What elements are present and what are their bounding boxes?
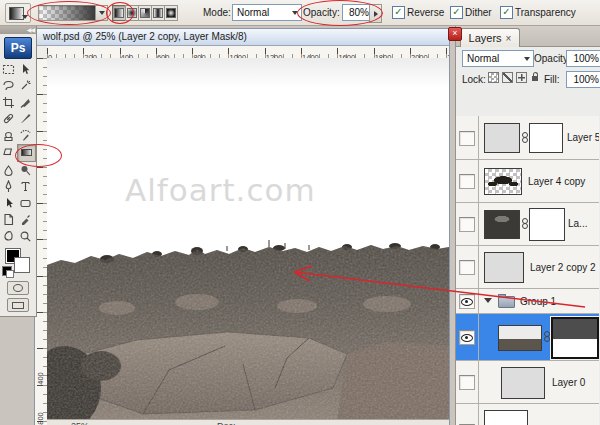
dodge-tool[interactable] <box>17 162 34 179</box>
visibility-cell[interactable] <box>456 404 479 425</box>
linear-gradient-button[interactable] <box>112 5 126 21</box>
tools-palette-header[interactable]: ◀◀ <box>0 26 36 34</box>
layer-thumbnail[interactable] <box>484 410 528 425</box>
layer-name[interactable]: Layer 2 copy 2 <box>530 262 596 273</box>
brush-icon <box>19 112 32 125</box>
visibility-cell[interactable] <box>456 116 479 159</box>
lock-row: Lock: Fill: 100% <box>456 68 600 89</box>
eyedropper-tool[interactable] <box>17 212 34 229</box>
vertical-ruler-label: 800 <box>36 412 45 425</box>
layer-row[interactable]: La... <box>456 203 599 246</box>
layer-thumbnail[interactable] <box>498 325 542 351</box>
layer-thumbnail[interactable] <box>484 210 520 239</box>
lock-position-icon[interactable] <box>516 72 527 83</box>
lock-all-icon[interactable] <box>530 72 539 81</box>
gradient-preview[interactable] <box>38 5 96 21</box>
visibility-cell[interactable] <box>456 314 479 360</box>
disclosure-triangle-icon[interactable] <box>484 298 492 303</box>
panel-opacity-input[interactable]: 100% <box>566 50 600 67</box>
background-color-swatch[interactable] <box>14 257 30 273</box>
eye-well <box>459 375 475 390</box>
gradient-tool[interactable] <box>17 144 36 163</box>
layer-thumbnail[interactable] <box>484 123 520 153</box>
history-brush-tool[interactable] <box>17 127 34 144</box>
screen-mode-button[interactable] <box>7 298 29 312</box>
lock-pixels-icon[interactable] <box>502 72 513 83</box>
hand-tool[interactable] <box>0 228 17 245</box>
radial-gradient-button[interactable] <box>125 5 139 21</box>
layer-thumbnail[interactable] <box>501 367 545 399</box>
path-selection-tool[interactable] <box>0 195 17 212</box>
collapse-icon: ◀◀ <box>27 26 34 33</box>
eye-well <box>459 260 475 275</box>
zoom-tool[interactable] <box>17 228 34 245</box>
status-zoom[interactable]: 25% <box>71 421 89 425</box>
reverse-checkbox[interactable]: ✓ <box>392 6 405 19</box>
magic-wand-tool[interactable] <box>17 78 34 95</box>
document-status-bar: 25% Doc: <box>47 419 449 425</box>
layer-mask-thumbnail-selected[interactable] <box>551 317 599 359</box>
lock-transparency-icon[interactable] <box>488 72 499 83</box>
crop-tool[interactable] <box>0 94 17 111</box>
mode-select[interactable]: Normal <box>232 4 302 21</box>
layer-mask-thumbnail[interactable] <box>529 208 565 241</box>
dither-checkbox[interactable]: ✓ <box>450 6 463 19</box>
visibility-cell[interactable] <box>456 361 479 403</box>
layer-row[interactable]: Layer 5 <box>456 116 599 160</box>
close-icon[interactable]: × <box>448 27 462 41</box>
eraser-tool[interactable] <box>0 144 17 161</box>
layer-row-selected[interactable] <box>456 314 599 361</box>
fill-input[interactable]: 100% <box>566 71 600 88</box>
slice-tool[interactable] <box>17 94 34 111</box>
layer-thumbnail[interactable] <box>484 252 524 283</box>
eye-well <box>459 330 475 345</box>
default-colors-icon[interactable] <box>2 266 12 276</box>
layer-row[interactable]: Layer 1 <box>456 404 599 425</box>
pen-tool[interactable] <box>0 179 17 196</box>
opacity-slider-button[interactable] <box>369 4 382 23</box>
layer-mask-thumbnail[interactable] <box>529 123 563 153</box>
visibility-cell[interactable] <box>456 246 479 288</box>
shape-tool[interactable] <box>17 195 34 212</box>
layer-row[interactable]: Layer 2 copy 2 <box>456 246 599 289</box>
eye-well <box>459 131 475 146</box>
layer-name[interactable]: La... <box>568 218 587 229</box>
layer-row[interactable]: Layer 4 copy <box>456 160 599 203</box>
reflected-gradient-button[interactable] <box>151 5 165 21</box>
healing-brush-tool[interactable] <box>0 111 17 128</box>
move-tool[interactable] <box>17 61 34 78</box>
canvas[interactable]: Alfoart.com <box>47 58 449 419</box>
visibility-cell[interactable] <box>456 160 479 202</box>
visibility-cell[interactable] <box>456 203 479 245</box>
group-name[interactable]: Group 1 <box>520 296 556 307</box>
type-tool[interactable] <box>17 179 34 196</box>
eye-icon[interactable] <box>461 298 473 306</box>
quick-mask-button[interactable] <box>7 281 29 295</box>
mode-label: Mode: <box>203 7 231 18</box>
blur-tool[interactable] <box>0 162 17 179</box>
layer-name[interactable]: Layer 0 <box>552 377 585 388</box>
group-row[interactable]: Group 1 <box>456 289 599 314</box>
clone-stamp-tool[interactable] <box>0 127 17 144</box>
visibility-cell[interactable] <box>456 289 479 313</box>
transparency-checkbox[interactable]: ✓ <box>500 6 513 19</box>
eye-icon[interactable] <box>461 334 473 342</box>
crop-icon <box>2 96 15 109</box>
check-icon: ✓ <box>502 6 510 17</box>
lasso-tool[interactable] <box>0 78 17 95</box>
document-title-bar[interactable]: wolf.psd @ 25% (Layer 2 copy, Layer Mask… <box>35 29 449 46</box>
brush-tool[interactable] <box>17 111 34 128</box>
notes-tool[interactable] <box>0 212 17 229</box>
eye-well <box>459 217 475 232</box>
diamond-gradient-button[interactable] <box>164 5 178 21</box>
tab-layers[interactable]: Layers × <box>460 28 520 47</box>
layer-name[interactable]: Layer 5 <box>567 132 599 143</box>
blend-mode-select[interactable]: Normal <box>462 50 534 67</box>
layer-name[interactable]: Layer 4 copy <box>528 176 585 187</box>
marquee-tool[interactable] <box>0 61 17 78</box>
angle-gradient-button[interactable] <box>138 5 152 21</box>
gradient-picker-button[interactable] <box>95 5 108 21</box>
layer-thumbnail[interactable] <box>484 168 522 195</box>
layer-row[interactable]: Layer 0 <box>456 361 599 404</box>
tool-preset-picker[interactable] <box>5 3 31 23</box>
